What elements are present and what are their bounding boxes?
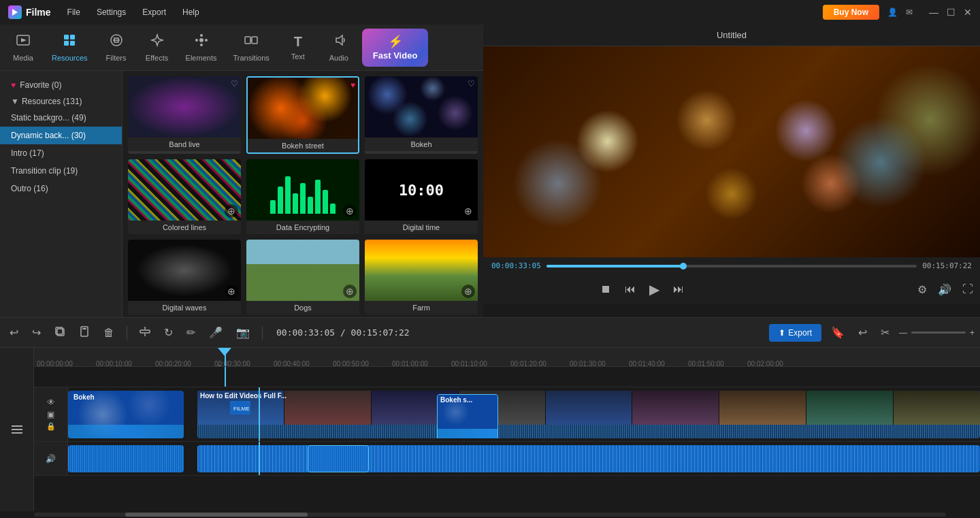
download-farm[interactable]: ⊕ (461, 285, 475, 298)
clip-main-video[interactable]: How to Edit Videos Full F... FILME (197, 391, 980, 438)
nav-resources-label: Resources (52, 54, 88, 62)
copy-button[interactable] (50, 323, 69, 342)
media-icon (16, 33, 31, 51)
maximize-button[interactable]: ☐ (947, 7, 956, 18)
media-card-digital-time[interactable]: 10:00 ⊕ Digital time (365, 159, 478, 234)
user-icon[interactable]: 👤 (887, 7, 898, 17)
step-forward-button[interactable]: ⏭ (670, 280, 687, 298)
undo-timeline-button[interactable]: ↩ (854, 323, 871, 342)
sidebar: ♥ Favorite (0) ▼ Resources (131) Static … (0, 71, 122, 317)
rotate-button[interactable]: ↻ (160, 323, 177, 342)
redo-button[interactable]: ↪ (28, 323, 45, 342)
playback-right-controls: ⚙ 🔊 ⛶ (915, 280, 976, 299)
zoom-in-icon[interactable]: + (970, 328, 975, 338)
progress-bar[interactable] (546, 265, 917, 268)
download-colored-lines[interactable]: ⊕ (225, 204, 238, 218)
buy-now-button[interactable]: Buy Now (823, 5, 879, 20)
hamburger-menu[interactable] (9, 423, 25, 436)
fullscreen-icon[interactable]: ⛶ (960, 280, 976, 298)
svg-point-11 (195, 39, 198, 42)
step-back-button[interactable]: ⏮ (622, 280, 638, 298)
nav-audio[interactable]: Audio (318, 27, 359, 67)
main-area: Media Resources Filters Effects (0, 25, 980, 317)
cut-button[interactable]: ✂ (877, 323, 894, 342)
progress-dot (680, 263, 687, 270)
close-button[interactable]: ✕ (964, 7, 972, 18)
audio-icon (331, 33, 346, 51)
menu-settings[interactable]: Settings (94, 6, 129, 18)
sidebar-favorite[interactable]: ♥ Favorite (0) (0, 76, 122, 94)
media-grid: ♡ Band live ♥ Bokeh street (128, 76, 478, 314)
paste-button[interactable] (75, 323, 94, 342)
camera-button[interactable]: 📷 (232, 323, 254, 342)
clip-bokeh[interactable]: Bokeh (68, 391, 184, 438)
clip-bokeh-small[interactable]: Bokeh s... (437, 394, 498, 438)
heart-band-live[interactable]: ♡ (231, 79, 238, 88)
sidebar-item-static[interactable]: Static backgro... (49) (0, 109, 122, 127)
media-card-colored-lines[interactable]: ⊕ Colored lines (128, 159, 241, 234)
bokeh-preview-overlay (483, 46, 980, 257)
menu-file[interactable]: File (65, 6, 83, 18)
sidebar-item-outro[interactable]: Outro (16) (0, 180, 122, 197)
svg-point-12 (205, 39, 208, 42)
bookmark-button[interactable]: 🔖 (827, 323, 849, 342)
resources-icon (62, 33, 77, 51)
colored-lines-label: Colored lines (128, 221, 241, 234)
sidebar-item-dynamic[interactable]: Dynamic back... (30) (0, 127, 122, 144)
ruler-mark-12: 00:02:00:00 (747, 360, 783, 368)
export-label: Export (788, 328, 812, 338)
undo-button[interactable]: ↩ (5, 323, 22, 342)
sep-1 (127, 326, 127, 340)
download-digital-time[interactable]: ⊕ (461, 204, 475, 218)
media-card-bokeh[interactable]: ♡ Bokeh (365, 76, 478, 154)
nav-text[interactable]: T Text (278, 29, 318, 66)
menu-help[interactable]: Help (180, 6, 202, 18)
progress-fill (546, 265, 683, 268)
media-card-band-live[interactable]: ♡ Band live (128, 76, 241, 154)
zoom-slider[interactable] (911, 331, 966, 334)
track-eye-icon[interactable]: 👁 (47, 398, 55, 407)
media-card-data-encrypting[interactable]: ⊕ Data Encrypting (246, 159, 359, 234)
nav-filters[interactable]: Filters (96, 27, 137, 67)
zoom-out-icon[interactable]: — (899, 328, 907, 338)
volume-icon[interactable]: 🔊 (935, 280, 954, 299)
download-digital-waves[interactable]: ⊕ (225, 285, 238, 298)
download-data-encrypting[interactable]: ⊕ (343, 204, 357, 218)
split-button[interactable] (135, 323, 154, 342)
playhead-line-audio (259, 442, 260, 475)
nav-elements-label: Elements (186, 54, 217, 62)
sidebar-item-intro[interactable]: Intro (17) (0, 144, 122, 162)
media-grid-area: ♡ Band live ♥ Bokeh street (122, 71, 483, 317)
track-row-main: 👁 ▣ 🔒 Bokeh How to Edit Vide (34, 387, 980, 442)
pen-button[interactable]: ✏ (182, 323, 199, 342)
export-button[interactable]: ⬆ Export (769, 324, 821, 342)
media-card-bokeh-street[interactable]: ♥ Bokeh street (246, 76, 359, 154)
resources-section-label: Resources (131) (22, 97, 82, 106)
media-card-digital-waves[interactable]: ⊕ Digital waves (128, 240, 241, 314)
track-lock-icon[interactable]: 🔒 (46, 422, 56, 431)
menu-export[interactable]: Export (140, 6, 169, 18)
mic-button[interactable]: 🎤 (205, 323, 227, 342)
nav-transitions[interactable]: Transitions (225, 27, 277, 67)
heart-bokeh[interactable]: ♡ (468, 79, 475, 88)
nav-resources[interactable]: Resources (44, 27, 96, 67)
fast-video-button[interactable]: ⚡ Fast Video (362, 29, 429, 67)
media-card-dogs[interactable]: ⊕ Dogs (246, 240, 359, 314)
sidebar-item-transition-clip[interactable]: Transition clip (19) (0, 162, 122, 180)
mail-icon[interactable]: ✉ (906, 7, 913, 17)
delete-button[interactable]: 🗑 (99, 324, 118, 342)
play-button[interactable]: ▶ (647, 278, 662, 300)
toolbar-time-display: 00:00:33:05 / 00:15:07:22 (276, 327, 410, 338)
heart-bokeh-street[interactable]: ♥ (350, 80, 355, 90)
svg-point-10 (199, 38, 203, 42)
stop-button[interactable]: ⏹ (598, 280, 614, 298)
download-dogs[interactable]: ⊕ (343, 285, 357, 298)
nav-effects[interactable]: Effects (137, 27, 178, 67)
sidebar-dynamic-label: Dynamic back... (30) (11, 131, 86, 140)
ruler-mark-7: 00:01:10:00 (451, 360, 487, 368)
nav-elements[interactable]: Elements (178, 27, 225, 67)
media-card-farm[interactable]: ⊕ Farm (365, 240, 478, 314)
nav-media[interactable]: Media (3, 27, 44, 67)
settings-icon[interactable]: ⚙ (915, 280, 930, 299)
minimize-button[interactable]: — (929, 7, 938, 18)
